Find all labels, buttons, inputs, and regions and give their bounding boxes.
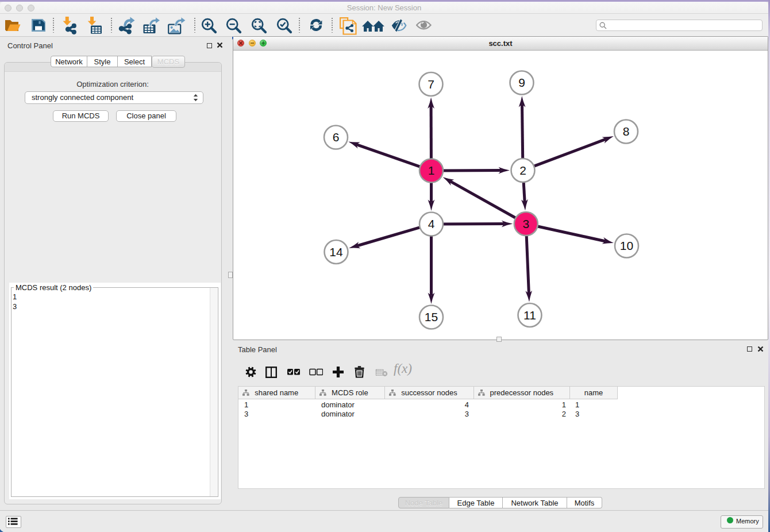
svg-text:4: 4 <box>428 217 435 230</box>
svg-text:3: 3 <box>522 217 529 230</box>
svg-text:14: 14 <box>329 245 343 259</box>
svg-text:9: 9 <box>518 76 525 89</box>
svg-text:6: 6 <box>333 130 340 144</box>
svg-text:11: 11 <box>523 309 536 322</box>
svg-text:8: 8 <box>623 125 630 138</box>
svg-text:1: 1 <box>428 164 435 177</box>
svg-text:15: 15 <box>425 310 438 323</box>
svg-text:7: 7 <box>428 78 434 91</box>
svg-text:2: 2 <box>519 164 526 177</box>
svg-text:10: 10 <box>620 239 633 252</box>
